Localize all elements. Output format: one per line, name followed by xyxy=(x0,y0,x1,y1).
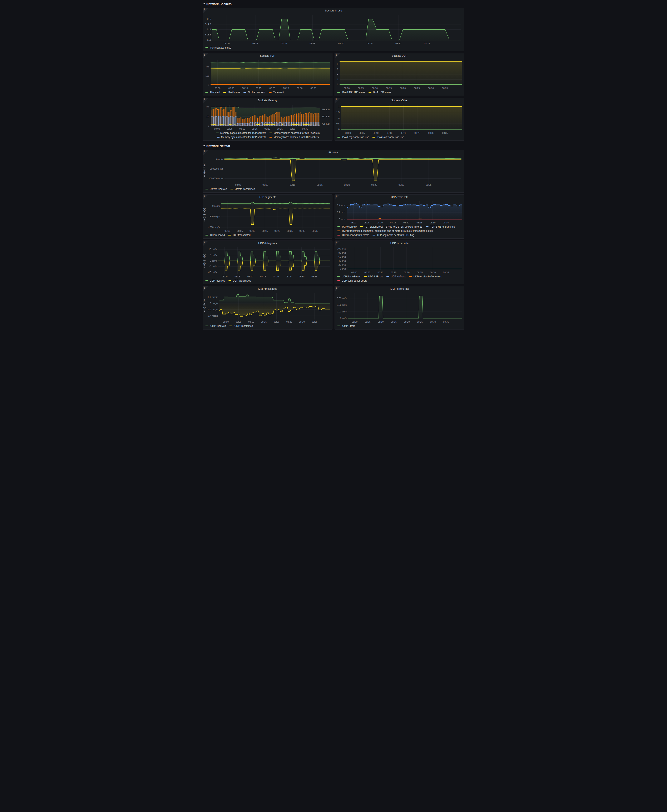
legend-item-ipv4-raw-sockets-in-use[interactable]: IPv4 Raw sockets in use xyxy=(372,135,404,139)
legend-item-udp-received[interactable]: UDP received xyxy=(205,279,225,283)
legend-item-orphan-sockets[interactable]: Orphan sockets xyxy=(244,90,265,94)
svg-text:513: 513 xyxy=(207,38,211,41)
panel-info-icon[interactable]: i xyxy=(335,241,340,246)
panel-info-icon[interactable]: i xyxy=(203,150,208,156)
panel-info-icon[interactable]: i xyxy=(203,287,208,292)
svg-text:08:30: 08:30 xyxy=(430,221,436,224)
panel-icmp-messages: i ICMP messages 08:0008:0508:1008:1508:2… xyxy=(202,286,332,330)
legend-item-time-wait[interactable]: Time wait xyxy=(269,90,284,94)
legend-swatch xyxy=(244,92,246,93)
panel-title[interactable]: Sockets Memory xyxy=(203,98,332,103)
chart-udp-datagrams[interactable]: 08:0008:0508:1008:1508:2008:2508:3008:35… xyxy=(203,246,332,278)
chart-icmp-errors-rate[interactable]: 08:0008:0508:1008:1508:2008:2508:3008:35… xyxy=(335,292,464,324)
panel-title[interactable]: ICMP errors rate xyxy=(335,287,464,292)
svg-text:08:00: 08:00 xyxy=(224,42,230,45)
panel-title[interactable]: TCP segments xyxy=(203,195,332,200)
legend-item-tcp-segments-sent-with-rst-flag[interactable]: TCP segments sent with RST flag xyxy=(372,233,414,237)
svg-text:515: 515 xyxy=(207,18,211,20)
svg-text:08:35: 08:35 xyxy=(312,321,317,323)
legend-item-allocated[interactable]: Allocated xyxy=(205,90,220,94)
legend-item-udp-noports[interactable]: UDP NoPorts xyxy=(387,275,406,278)
legend-item-tcp-overflow[interactable]: TCP overflow xyxy=(337,225,357,229)
legend-item-udp-send-buffer-errors[interactable]: UDP send buffer errors xyxy=(337,279,367,283)
chart-tcp-errors-rate[interactable]: 08:0008:0508:1008:1508:2008:2508:3008:35… xyxy=(335,200,464,224)
svg-text:08:15: 08:15 xyxy=(260,275,266,278)
legend-item-icmp-received[interactable]: ICMP received xyxy=(205,324,226,328)
legend-item-ipv4-udp-in-use[interactable]: IPv4 UDP in use xyxy=(368,90,391,94)
panel-info-icon[interactable]: i xyxy=(335,53,340,59)
panel-title[interactable]: TCP errors rate xyxy=(335,195,464,200)
legend-item-tcp-retransmitted-segments-containing-one-or-more-previously-transmitted-octets[interactable]: TCP retransmitted segments, containing o… xyxy=(337,229,433,233)
legend-item-octets-transmitted[interactable]: Octets transmitted xyxy=(230,187,255,191)
panel-info-icon[interactable]: i xyxy=(203,98,208,103)
legend-swatch xyxy=(364,276,367,277)
panel-info-icon[interactable]: i xyxy=(203,8,208,13)
legend-item-ipv4-in-use[interactable]: IPv4 In use xyxy=(223,90,240,94)
panel-info-icon[interactable]: i xyxy=(203,53,208,59)
legend-item-memory-bytes-allocated-for-udp-sockets[interactable]: Memory bytes allocated for UDP sockets xyxy=(269,135,319,139)
legend: TCP overflowTCP ListenDrops - SYNs to LI… xyxy=(335,224,464,239)
svg-text:60 err/s: 60 err/s xyxy=(338,255,347,258)
chart-udp-errors-rate[interactable]: 08:0008:0508:1008:1508:2008:2508:3008:35… xyxy=(335,246,464,274)
legend-item-tcp-transmitted[interactable]: TCP transmitted xyxy=(228,233,251,237)
panel-info-icon[interactable]: i xyxy=(335,195,340,200)
svg-text:1: 1 xyxy=(338,116,340,119)
svg-text:0 err/s: 0 err/s xyxy=(339,218,345,220)
chart-sockets-other[interactable]: 08:0008:0508:1008:1508:2008:2508:3008:35… xyxy=(335,103,464,135)
panel-info-icon[interactable]: i xyxy=(203,195,208,200)
legend-item-icmp-transmitted[interactable]: ICMP transmitted xyxy=(229,324,253,328)
panel-title[interactable]: Sockets in use xyxy=(203,8,464,13)
chart-sockets-tcp[interactable]: 08:0008:0508:1008:1508:2008:2508:3008:35… xyxy=(203,58,332,90)
section-header-network-netstat[interactable]: Network Netstat xyxy=(203,143,465,148)
section-header-network-sockets[interactable]: Network Sockets xyxy=(203,1,465,6)
panel-title[interactable]: Sockets UDP xyxy=(335,53,464,58)
chart-sockets-in-use[interactable]: 08:0008:0508:1008:1508:2008:2508:3008:35… xyxy=(203,13,464,45)
panel-title[interactable]: ICMP messages xyxy=(203,287,332,292)
chart-tcp-segments[interactable]: 08:0008:0508:1008:1508:2008:2508:3008:35… xyxy=(203,200,332,233)
panel-title[interactable]: IP octets xyxy=(203,150,464,155)
svg-text:08:15: 08:15 xyxy=(387,132,393,134)
legend-item-ipv4-sockets-in-use[interactable]: IPv4 sockets in use xyxy=(205,46,231,50)
panel-info-icon[interactable]: i xyxy=(335,287,340,292)
panel-title[interactable]: UDP errors rate xyxy=(335,241,464,246)
legend-swatch xyxy=(387,276,389,277)
chart-canvas: 08:0008:0508:1008:1508:2008:2508:3008:35… xyxy=(203,292,332,324)
chart-sockets-memory[interactable]: 08:0008:0508:1008:1508:2008:2508:3008:35… xyxy=(203,103,332,131)
panel-title[interactable]: Sockets Other xyxy=(335,98,464,103)
panel-title[interactable]: Sockets TCP xyxy=(203,53,332,58)
legend-item-ipv4-frag-sockets-in-use[interactable]: IPv4 Frag sockets in use xyxy=(337,135,369,139)
legend-item-memory-pages-allocated-for-udp-sockets[interactable]: Memory pages allocated for UDP sockets xyxy=(269,131,320,135)
legend-item-tcp-syn-rentransmits[interactable]: TCP SYN rentransmits xyxy=(426,225,455,229)
legend-item-memory-bytes-allocated-for-tcp-sockets[interactable]: Memory bytes allocated for TCP sockets xyxy=(217,135,266,139)
legend-item-ipv4-udplite-in-use[interactable]: IPv4 UDPLITE in use xyxy=(337,90,365,94)
legend-item-udplite-inerrors[interactable]: UDPLite InErrors xyxy=(337,275,361,278)
legend-item-tcp-received-with-errors[interactable]: TCP received with errors xyxy=(337,233,369,237)
panel-info-icon[interactable]: i xyxy=(203,241,208,246)
legend-item-udp-inerrors[interactable]: UDP InErrors xyxy=(364,275,383,278)
legend-item-memory-pages-allocated-for-tcp-sockets[interactable]: Memory pages allocated for TCP sockets xyxy=(216,131,266,135)
panel-title[interactable]: UDP datagrams xyxy=(203,241,332,246)
legend-item-tcp-received[interactable]: TCP received xyxy=(205,233,225,237)
svg-text:08:10: 08:10 xyxy=(242,87,248,89)
svg-text:0: 0 xyxy=(337,83,338,86)
legend-item-udp-receive-buffer-errors[interactable]: UDP receive buffer errors xyxy=(409,275,442,278)
svg-text:08:05: 08:05 xyxy=(236,321,241,323)
panel-info-icon[interactable]: i xyxy=(335,98,340,103)
legend-swatch xyxy=(409,276,412,277)
legend-item-icmp-errors[interactable]: ICMP Errors xyxy=(337,324,355,328)
svg-text:08:10: 08:10 xyxy=(372,87,378,89)
legend-swatch xyxy=(205,280,208,281)
svg-text:08:05: 08:05 xyxy=(237,230,243,232)
chart-sockets-udp[interactable]: 08:0008:0508:1008:1508:2008:2508:3008:35… xyxy=(335,58,464,90)
legend-item-octets-received[interactable]: Octets received xyxy=(205,187,227,191)
chart-canvas: 08:0008:0508:1008:1508:2008:2508:3008:35… xyxy=(335,103,464,135)
legend-item-tcp-listendrops-syns-to-listen-sockets-ignored[interactable]: TCP ListenDrops - SYNs to LISTEN sockets… xyxy=(360,225,423,229)
chart-canvas: 08:0008:0508:1008:1508:2008:2508:3008:35… xyxy=(335,246,464,274)
chart-ip-octets[interactable]: 08:0008:0508:1008:1508:2008:2508:3008:35… xyxy=(203,155,464,187)
svg-text:08:05: 08:05 xyxy=(365,321,371,323)
chart-icmp-messages[interactable]: 08:0008:0508:1008:1508:2008:2508:3008:35… xyxy=(203,292,332,324)
svg-text:08:10: 08:10 xyxy=(247,275,253,278)
legend-item-udp-transmitted[interactable]: UDP transmitted xyxy=(229,279,251,283)
svg-text:896 KiB: 896 KiB xyxy=(322,108,330,111)
legend-swatch xyxy=(205,189,208,189)
